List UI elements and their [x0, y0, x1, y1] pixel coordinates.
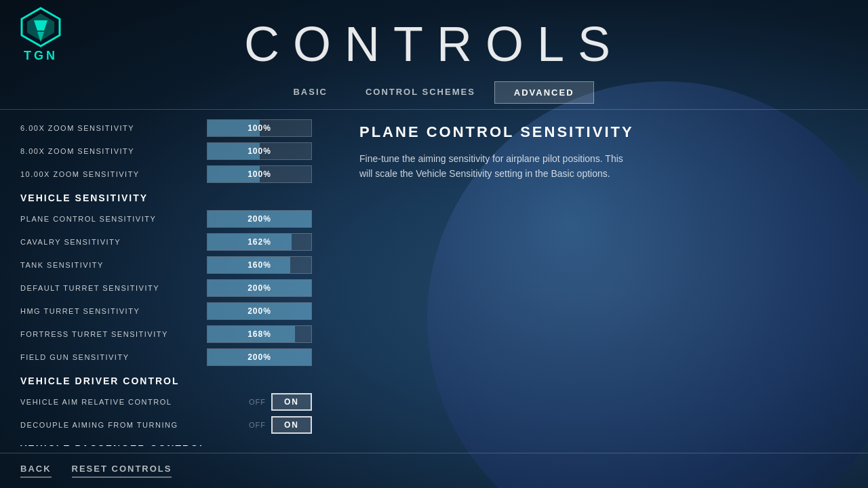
info-description: Fine-tune the aiming sensitivity for air… — [359, 151, 631, 182]
setting-row: 8.00X ZOOM SENSITIVITY 100% — [20, 140, 312, 163]
tab-advanced[interactable]: ADVANCED — [494, 81, 594, 104]
nav-tabs: BASIC CONTROL SCHEMES ADVANCED — [0, 81, 868, 110]
decouple-driver-off-label: OFF — [249, 421, 266, 429]
setting-row: CAVALRY SENSITIVITY 162% — [20, 230, 312, 253]
setting-label-default-turret: DEFAULT TURRET SENSITIVITY — [20, 284, 207, 292]
setting-label-tank: TANK SENSITIVITY — [20, 261, 207, 269]
setting-row: FORTRESS TURRET SENSITIVITY 168% — [20, 323, 312, 346]
vehicle-sensitivity-header: VEHICLE SENSITIVITY — [20, 186, 312, 207]
setting-row: PLANE CONTROL SENSITIVITY 200% — [20, 207, 312, 230]
setting-bar-8x[interactable]: 100% — [207, 142, 312, 160]
setting-label-vehicle-aim: VEHICLE AIM RELATIVE CONTROL — [20, 398, 249, 406]
main-content: 6.00X ZOOM SENSITIVITY 100% 8.00X ZOOM S… — [0, 110, 868, 453]
setting-label-decouple-driver: DECOUPLE AIMING FROM TURNING — [20, 421, 249, 429]
page-title: CONTROLS — [20, 16, 848, 72]
setting-bar-fortress-turret[interactable]: 168% — [207, 325, 312, 343]
footer: BACK RESET CONTROLS — [0, 453, 868, 488]
setting-bar-6x[interactable]: 100% — [207, 119, 312, 137]
logo-icon — [20, 7, 61, 47]
vehicle-aim-toggle-container: OFF ON — [249, 393, 312, 411]
logo: TGN — [20, 7, 61, 63]
setting-row: DEFAULT TURRET SENSITIVITY 200% — [20, 277, 312, 300]
vehicle-driver-control-header: VEHICLE DRIVER CONTROL — [20, 369, 312, 390]
setting-row-decouple-driver: DECOUPLE AIMING FROM TURNING OFF ON — [20, 413, 312, 436]
decouple-driver-toggle-container: OFF ON — [249, 416, 312, 434]
vehicle-passenger-control-header: VEHICLE PASSENGER CONTROL — [20, 436, 312, 446]
logo-text: TGN — [24, 49, 58, 63]
setting-bar-default-turret[interactable]: 200% — [207, 279, 312, 297]
setting-bar-plane[interactable]: 200% — [207, 210, 312, 228]
tab-control-schemes[interactable]: CONTROL SCHEMES — [347, 81, 494, 104]
setting-row: 10.00X ZOOM SENSITIVITY 100% — [20, 163, 312, 186]
vehicle-aim-toggle-on[interactable]: ON — [271, 393, 312, 411]
decouple-driver-toggle-on[interactable]: ON — [271, 416, 312, 434]
setting-label-plane: PLANE CONTROL SENSITIVITY — [20, 215, 207, 223]
setting-bar-tank[interactable]: 160% — [207, 256, 312, 274]
settings-panel: 6.00X ZOOM SENSITIVITY 100% 8.00X ZOOM S… — [0, 110, 332, 453]
setting-label-fortress-turret: FORTRESS TURRET SENSITIVITY — [20, 330, 207, 338]
setting-label-10x: 10.00X ZOOM SENSITIVITY — [20, 170, 207, 178]
reset-controls-button[interactable]: RESET CONTROLS — [72, 464, 172, 478]
setting-row: 6.00X ZOOM SENSITIVITY 100% — [20, 117, 312, 140]
back-button[interactable]: BACK — [20, 464, 52, 478]
setting-bar-hmg-turret[interactable]: 200% — [207, 302, 312, 320]
setting-bar-10x[interactable]: 100% — [207, 165, 312, 183]
setting-label-cavalry: CAVALRY SENSITIVITY — [20, 238, 207, 246]
setting-row: FIELD GUN SENSITIVITY 200% — [20, 346, 312, 369]
settings-scroll[interactable]: 6.00X ZOOM SENSITIVITY 100% 8.00X ZOOM S… — [20, 117, 319, 446]
setting-label-field-gun: FIELD GUN SENSITIVITY — [20, 353, 207, 361]
setting-row: HMG TURRET SENSITIVITY 200% — [20, 300, 312, 323]
vehicle-aim-off-label: OFF — [249, 398, 266, 406]
setting-row-vehicle-aim: VEHICLE AIM RELATIVE CONTROL OFF ON — [20, 390, 312, 413]
setting-bar-cavalry[interactable]: 162% — [207, 233, 312, 251]
setting-label-hmg-turret: HMG TURRET SENSITIVITY — [20, 307, 207, 315]
setting-row: TANK SENSITIVITY 160% — [20, 253, 312, 277]
tab-basic[interactable]: BASIC — [274, 81, 346, 104]
setting-bar-field-gun[interactable]: 200% — [207, 348, 312, 366]
setting-label-8x: 8.00X ZOOM SENSITIVITY — [20, 147, 207, 155]
header: TGN CONTROLS — [0, 0, 868, 81]
setting-label-6x: 6.00X ZOOM SENSITIVITY — [20, 124, 207, 132]
info-panel: PLANE CONTROL SENSITIVITY Fine-tune the … — [332, 110, 868, 453]
info-title: PLANE CONTROL SENSITIVITY — [359, 123, 841, 141]
